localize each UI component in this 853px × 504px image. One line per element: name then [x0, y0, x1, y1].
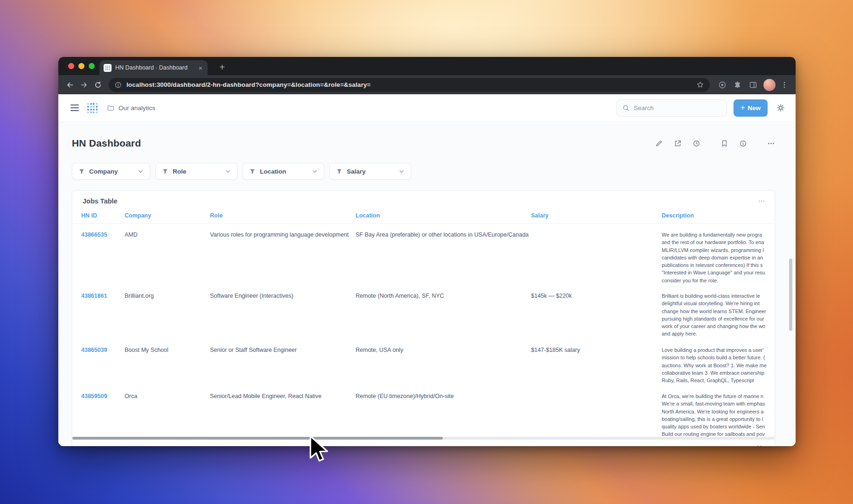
description-line: MLIR/LLVM compiler wizards, programming …: [662, 246, 775, 254]
column-header-location[interactable]: Location: [356, 212, 531, 219]
site-info-icon[interactable]: [114, 81, 122, 89]
address-bar[interactable]: localhost:3000/dashboard/2-hn-dashboard?…: [109, 78, 710, 92]
bookmark-icon[interactable]: [720, 140, 728, 147]
description-line: and the rest of our hardware portfolio. …: [662, 238, 775, 246]
description-line: We are building a fundamentally new prog…: [662, 231, 775, 238]
share-icon[interactable]: [674, 140, 682, 147]
chevron-down-icon: [225, 168, 231, 175]
cell-description: We are building a fundamentally new prog…: [662, 231, 775, 284]
tab-title: HN Dashboard · Dashboard: [115, 64, 194, 71]
pagination-text: 20: [756, 445, 762, 446]
cell-location: Remote, USA only: [356, 346, 531, 354]
description-line: pursuing high standards of excellence fo…: [662, 315, 775, 322]
cell-hn-id[interactable]: 43865039: [81, 346, 125, 354]
vertical-scrollbar-thumb[interactable]: [789, 259, 792, 331]
hamburger-menu-icon[interactable]: [70, 105, 79, 111]
cell-role: Software Engineer (Interactives): [210, 292, 356, 300]
filter-funnel-icon: [336, 168, 343, 175]
cell-company: AMD: [125, 231, 210, 238]
metabase-logo-icon[interactable]: [86, 102, 98, 114]
description-line: delightful visual storytelling. We're hi…: [662, 300, 775, 307]
column-header-hn-id[interactable]: HN ID: [81, 212, 125, 219]
description-line: boating/sailing, this is a great opportu…: [662, 415, 775, 423]
column-header-description[interactable]: Description: [662, 212, 775, 219]
description-line: mission to help schools build a better f…: [662, 354, 775, 361]
profile-avatar[interactable]: [763, 79, 776, 91]
cell-description: At Orca, we're building the future of ma…: [662, 392, 775, 438]
app-header: Our analytics Search + New: [58, 94, 796, 122]
table-row: 43865039Boost My SchoolSenior or Staff S…: [72, 339, 775, 385]
table-row: 43866535AMDVarious roles for programming…: [72, 224, 775, 285]
description-line: change how the world learns STEM. Engine…: [662, 308, 775, 315]
column-header-company[interactable]: Company: [125, 212, 210, 219]
cell-location: SF Bay Area (preferable) or other locati…: [356, 231, 531, 238]
filter-company[interactable]: Company: [72, 163, 150, 180]
minimize-window-button[interactable]: [78, 63, 84, 69]
url-text: localhost:3000/dashboard/2-hn-dashboard?…: [126, 81, 692, 88]
new-tab-button[interactable]: +: [216, 61, 228, 73]
cell-description: Brilliant is building world-class intera…: [662, 292, 775, 338]
cell-salary: $145k — $220k: [531, 292, 662, 300]
column-header-role[interactable]: Role: [210, 212, 356, 219]
card-menu-icon[interactable]: [758, 197, 765, 205]
browser-window: HN Dashboard · Dashboard × + localhost:3…: [58, 57, 796, 446]
cell-role: Senior/Lead Mobile Engineer, React Nativ…: [210, 392, 356, 400]
new-button[interactable]: + New: [734, 99, 768, 117]
card-title: Jobs Table: [83, 197, 118, 205]
column-header-salary[interactable]: Salary: [531, 212, 662, 219]
cell-hn-id[interactable]: 43866535: [81, 231, 125, 238]
search-input[interactable]: Search: [616, 99, 727, 117]
bookmark-star-icon[interactable]: [696, 81, 704, 89]
cell-location: Remote (EU timezone)/Hybrid/On-site: [356, 392, 531, 400]
chevron-down-icon: [312, 168, 318, 175]
zoom-window-button[interactable]: [89, 63, 95, 69]
filter-funnel-icon: [249, 168, 256, 175]
info-icon[interactable]: [739, 140, 747, 147]
breadcrumb[interactable]: Our analytics: [107, 104, 155, 112]
filter-label: Company: [89, 168, 118, 175]
page-title: HN Dashboard: [72, 138, 141, 149]
search-icon: [622, 105, 629, 112]
chevron-down-icon: [399, 168, 405, 175]
extension-badge-icon[interactable]: [716, 78, 729, 91]
cell-hn-id[interactable]: 43861861: [81, 292, 125, 300]
cell-role: Various roles for programming language d…: [210, 231, 356, 238]
table-body: 43866535AMDVarious roles for programming…: [72, 224, 775, 446]
filter-label: Location: [260, 168, 286, 175]
cell-company: Orca: [125, 392, 210, 400]
dashboard-canvas: HN Dashboard Company Role: [58, 122, 796, 446]
edit-pencil-icon[interactable]: [655, 140, 663, 147]
forward-button[interactable]: [77, 78, 91, 92]
tab-close-icon[interactable]: ×: [197, 64, 203, 71]
extensions-puzzle-icon[interactable]: [731, 78, 744, 91]
metabase-favicon-icon: [104, 64, 112, 72]
description-line: "Interested in Wave Language" and your r…: [662, 269, 775, 276]
browser-toolbar: localhost:3000/dashboard/2-hn-dashboard?…: [58, 75, 796, 94]
search-placeholder: Search: [634, 105, 654, 112]
back-button[interactable]: [63, 78, 77, 92]
settings-gear-icon[interactable]: [776, 103, 785, 112]
browser-tab[interactable]: HN Dashboard · Dashboard ×: [99, 60, 208, 75]
cell-location: Remote (North America), SF, NYC: [356, 292, 531, 300]
mouse-cursor: [309, 435, 329, 463]
new-button-label: New: [748, 105, 761, 112]
history-clock-icon[interactable]: [692, 140, 700, 147]
cell-company: Brilliant.org: [125, 292, 210, 300]
more-ellipsis-icon[interactable]: [767, 140, 775, 147]
filter-salary[interactable]: Salary: [329, 163, 411, 180]
dashboard-actions: [655, 140, 775, 147]
side-panel-icon[interactable]: [747, 78, 760, 91]
table-header-row: HN IDCompanyRoleLocationSalaryDescriptio…: [72, 205, 775, 224]
cell-hn-id[interactable]: 43859509: [81, 392, 125, 400]
horizontal-scrollbar-thumb[interactable]: [72, 437, 443, 440]
cell-salary: $147-$185K salary: [531, 346, 662, 354]
close-window-button[interactable]: [68, 63, 74, 69]
plus-icon: +: [741, 104, 745, 112]
reload-button[interactable]: [91, 78, 105, 92]
filter-role[interactable]: Role: [155, 163, 238, 180]
description-line: Love building a product that improves a …: [662, 346, 775, 354]
cell-company: Boost My School: [125, 346, 210, 354]
filter-location[interactable]: Location: [243, 163, 324, 180]
description-line: candidates with deep domain expertise in…: [662, 254, 775, 261]
browser-menu-icon[interactable]: [778, 78, 791, 91]
